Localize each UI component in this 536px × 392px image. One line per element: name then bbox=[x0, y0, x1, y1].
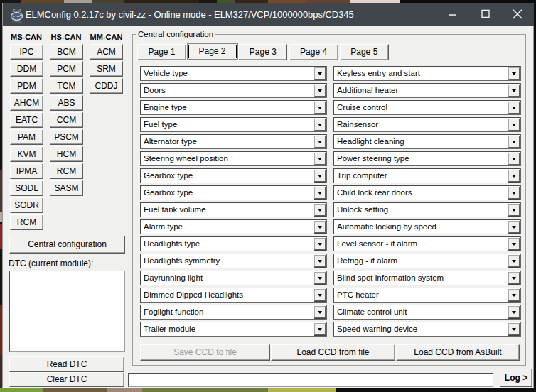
svg-text:Config: Config bbox=[12, 21, 22, 24]
